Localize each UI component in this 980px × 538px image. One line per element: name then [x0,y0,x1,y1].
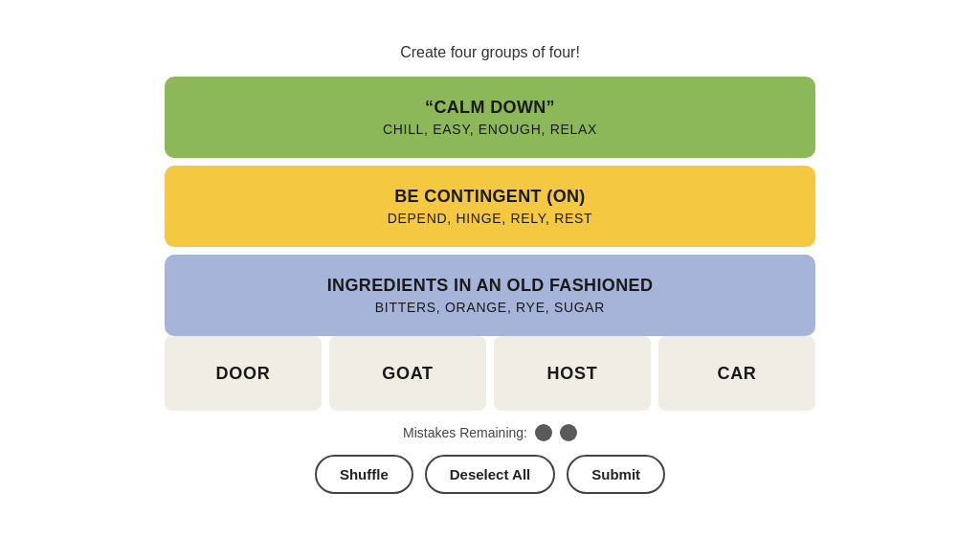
deselect-all-button[interactable]: Deselect All [425,455,556,494]
mistakes-label: Mistakes Remaining: [403,425,527,440]
mistakes-area: Mistakes Remaining: [403,424,577,441]
group-words-yellow: DEPEND, HINGE, RELY, REST [388,211,593,226]
instruction-text: Create four groups of four! [400,44,580,61]
shuffle-button[interactable]: Shuffle [315,455,413,494]
mistake-dot-1 [535,424,552,441]
group-title-yellow: BE CONTINGENT (ON) [394,187,585,207]
tile-host[interactable]: HOST [494,336,651,411]
tile-goat[interactable]: GOAT [329,336,486,411]
groups-area: “CALM DOWN”CHILL, EASY, ENOUGH, RELAXBE … [165,77,815,336]
group-words-blue: BITTERS, ORANGE, RYE, SUGAR [375,300,605,315]
group-card-green: “CALM DOWN”CHILL, EASY, ENOUGH, RELAX [165,77,815,158]
group-card-yellow: BE CONTINGENT (ON)DEPEND, HINGE, RELY, R… [165,166,815,247]
group-card-blue: INGREDIENTS IN AN OLD FASHIONEDBITTERS, … [165,255,815,336]
group-words-green: CHILL, EASY, ENOUGH, RELAX [383,122,597,137]
game-container: Create four groups of four! “CALM DOWN”C… [165,44,815,494]
mistake-dot-2 [560,424,577,441]
tiles-row: DOORGOATHOSTCAR [165,336,815,411]
group-title-green: “CALM DOWN” [425,98,555,118]
tile-car[interactable]: CAR [658,336,815,411]
tile-door[interactable]: DOOR [165,336,322,411]
group-title-blue: INGREDIENTS IN AN OLD FASHIONED [327,276,654,296]
submit-button[interactable]: Submit [567,455,665,494]
buttons-area: Shuffle Deselect All Submit [315,455,665,494]
